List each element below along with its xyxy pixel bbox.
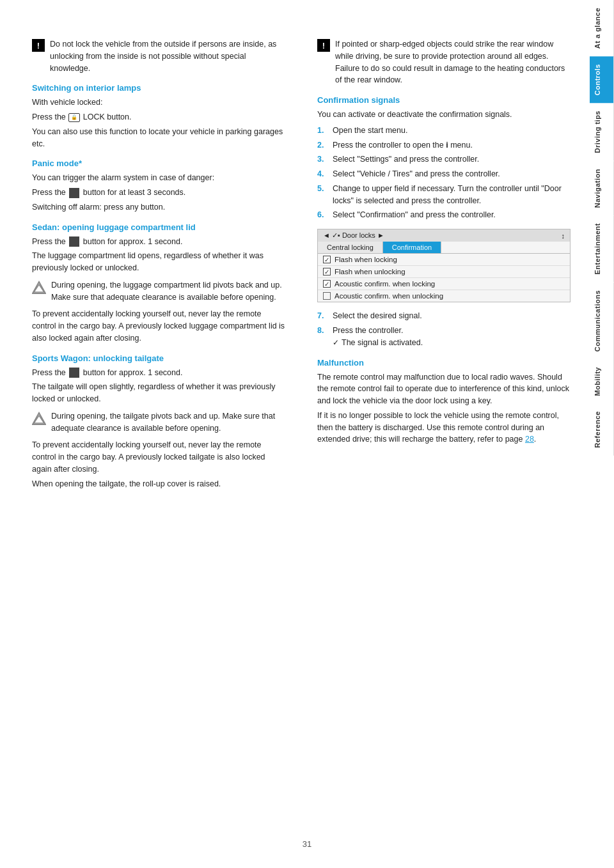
steps-cont-list: 7. Select the desired signal. 8. Press t… <box>317 310 571 349</box>
checkmark-icon: ✓ <box>333 337 339 348</box>
step-8: 8. Press the controller. ✓ The signal is… <box>317 325 571 349</box>
step-5: 5. Change to upper field if necessary. T… <box>317 183 571 207</box>
para-confirmation-intro: You can activate or deactivate the confi… <box>317 109 571 121</box>
row3-label: Acoustic confirm. when locking <box>335 280 435 288</box>
widget-row-3: ✓ Acoustic confirm. when locking <box>318 278 570 290</box>
note-triangle-sedan <box>32 281 46 297</box>
remote-btn-icon-sw <box>69 368 79 378</box>
warning-box-1: ! Do not lock the vehicle from the outsi… <box>32 38 285 74</box>
para-panic-1: You can trigger the alarm system in case… <box>32 172 285 184</box>
widget-header-left: ◄ ✓▪ Door locks ► <box>323 231 384 240</box>
para-sw-1: Press the button for approx. 1 second. <box>32 367 285 379</box>
sidebar: At a glance Controls Driving tips Naviga… <box>590 0 614 868</box>
widget-row-4: Acoustic confirm. when unlocking <box>318 290 570 302</box>
page-number: 31 <box>303 839 311 849</box>
step-2-num: 2. <box>317 139 327 151</box>
heading-malfunction: Malfunction <box>317 358 571 368</box>
heading-sports-wagon: Sports Wagon: unlocking tailgate <box>32 353 285 363</box>
checkbox-acoustic-unlocking[interactable] <box>323 292 331 300</box>
step-4-num: 4. <box>317 168 327 180</box>
step-2: 2. Press the controller to open the i me… <box>317 139 571 151</box>
row1-label: Flash when locking <box>335 256 397 263</box>
note-sedan: During opening, the luggage compartment … <box>32 279 285 304</box>
note-sports-wagon: During opening, the tailgate pivots back… <box>32 410 285 435</box>
note-text-sw: During opening, the tailgate pivots back… <box>51 410 285 435</box>
lock-button-icon: 🔒 <box>68 113 80 122</box>
para-sw-2: The tailgate will open slightly, regardl… <box>32 381 285 405</box>
heading-switching-interior: Switching on interior lamps <box>32 83 285 93</box>
step-8-num: 8. <box>317 325 327 337</box>
sidebar-tab-driving-tips[interactable]: Driving tips <box>590 103 614 161</box>
step-5-text: Change to upper field if necessary. Turn… <box>333 183 571 207</box>
remote-button-icon <box>69 188 79 198</box>
sidebar-tab-navigation[interactable]: Navigation <box>590 161 614 215</box>
step-6-num: 6. <box>317 209 327 221</box>
step-5-num: 5. <box>317 183 327 195</box>
page-link-28[interactable]: 28 <box>525 435 534 444</box>
sidebar-tab-at-a-glance[interactable]: At a glance <box>590 0 614 56</box>
para-vehicle-locked: With vehicle locked: <box>32 97 285 109</box>
step-7: 7. Select the desired signal. <box>317 310 571 322</box>
step-3-text: Select "Settings" and press the controll… <box>333 153 479 166</box>
heading-confirmation: Confirmation signals <box>317 95 571 105</box>
warning-box-2: ! If pointed or sharp-edged objects coul… <box>317 38 571 86</box>
para-press-lock: Press the 🔒 LOCK button. <box>32 111 285 123</box>
sidebar-tab-controls[interactable]: Controls <box>590 56 614 103</box>
para-malfunction-1: The remote control may malfunction due t… <box>317 371 571 407</box>
widget-tab-confirmation[interactable]: Confirmation <box>383 242 441 253</box>
para-malfunction-2: If it is no longer possible to lock the … <box>317 410 571 446</box>
para-sw-3: To prevent accidentally locking yourself… <box>32 439 285 475</box>
row2-label: Flash when unlocking <box>335 268 405 275</box>
step-2-text: Press the controller to open the i menu. <box>333 139 473 151</box>
heading-panic-mode: Panic mode* <box>32 159 285 168</box>
sidebar-tab-mobility[interactable]: Mobility <box>590 359 614 404</box>
note-text-sedan: During opening, the luggage compartment … <box>51 279 285 304</box>
malfunction-para2-text: If it is no longer possible to lock the … <box>317 411 559 444</box>
step-3: 3. Select "Settings" and press the contr… <box>317 153 571 166</box>
warning-text-1: Do not lock the vehicle from the outside… <box>50 38 285 74</box>
para-sedan-1: Press the button for approx. 1 second. <box>32 236 285 248</box>
widget-row-2: ✓ Flash when unlocking <box>318 266 570 278</box>
para-panic-3: Switching off alarm: press any button. <box>32 201 285 213</box>
para-sedan-3: To prevent accidentally locking yourself… <box>32 308 285 344</box>
page-number-area: 31 <box>303 839 311 849</box>
step-7-text: Select the desired signal. <box>333 310 422 322</box>
step-8-text: Press the controller. ✓ The signal is ac… <box>333 325 423 349</box>
malfunction-para2-end: . <box>534 435 536 444</box>
step-6-text: Select "Confirmation" and press the cont… <box>333 209 496 221</box>
confirmation-steps-list: 1. Open the start menu. 2. Press the con… <box>317 125 571 221</box>
widget-tabs: Central locking Confirmation <box>318 242 570 254</box>
checkbox-flash-unlocking[interactable]: ✓ <box>323 268 331 275</box>
step-3-num: 3. <box>317 153 327 166</box>
step-7-num: 7. <box>317 310 327 322</box>
note-triangle-sw <box>32 412 46 428</box>
step-6: 6. Select "Confirmation" and press the c… <box>317 209 571 221</box>
para-sedan-2: The luggage compartment lid opens, regar… <box>32 250 285 274</box>
sidebar-tab-communications[interactable]: Communications <box>590 283 614 359</box>
row4-label: Acoustic confirm. when unlocking <box>335 292 443 300</box>
para-locate-vehicle: You can also use this function to locate… <box>32 126 285 150</box>
widget-tab-central[interactable]: Central locking <box>318 242 383 253</box>
para-sw-4: When opening the tailgate, the roll-up c… <box>32 478 285 490</box>
remote-btn-icon-sedan <box>69 236 79 247</box>
widget-row-1: ✓ Flash when locking <box>318 254 570 266</box>
warning-icon-2: ! <box>317 39 330 52</box>
main-content: ! Do not lock the vehicle from the outsi… <box>0 0 590 868</box>
warning-text-2: If pointed or sharp-edged objects could … <box>335 38 571 86</box>
step-1-text: Open the start menu. <box>333 125 407 137</box>
widget-header: ◄ ✓▪ Door locks ► ↕ <box>318 229 570 242</box>
left-column: ! Do not lock the vehicle from the outsi… <box>32 38 295 842</box>
step-4-text: Select "Vehicle / Tires" and press the c… <box>333 168 500 180</box>
warning-icon-1: ! <box>32 39 45 52</box>
heading-sedan: Sedan: opening luggage compartment lid <box>32 222 285 232</box>
sidebar-tab-entertainment[interactable]: Entertainment <box>590 215 614 282</box>
door-locks-widget[interactable]: ◄ ✓▪ Door locks ► ↕ Central locking Conf… <box>317 229 571 302</box>
signal-activated-text: The signal is activated. <box>342 337 423 349</box>
checkbox-acoustic-locking[interactable]: ✓ <box>323 280 331 288</box>
para-panic-2: Press the button for at least 3 seconds. <box>32 187 285 199</box>
sidebar-tab-reference[interactable]: Reference <box>590 403 614 456</box>
step-1-num: 1. <box>317 125 327 137</box>
right-column: ! If pointed or sharp-edged objects coul… <box>308 38 571 842</box>
checkbox-flash-locking[interactable]: ✓ <box>323 256 331 263</box>
widget-header-right: ↕ <box>562 232 565 240</box>
